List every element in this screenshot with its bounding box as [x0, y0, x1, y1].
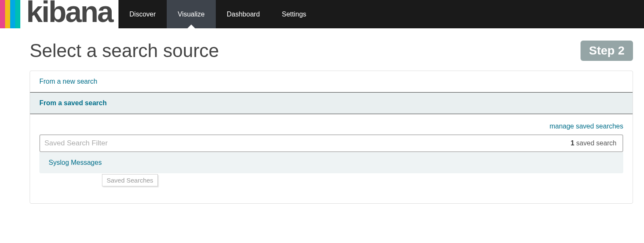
logo-stripe — [5, 0, 10, 28]
manage-link-wrap: manage saved searches — [39, 123, 623, 130]
logo-text: kibana — [26, 0, 113, 24]
saved-search-result-item[interactable]: Syslog Messages — [39, 152, 623, 173]
filter-row: 1 saved search — [39, 134, 623, 152]
manage-saved-searches-link[interactable]: manage saved searches — [550, 123, 623, 130]
step-badge: Step 2 — [581, 41, 633, 61]
logo-wrap: kibana — [26, 0, 118, 28]
source-new-search[interactable]: From a new search — [30, 71, 633, 92]
logo-stripe — [15, 0, 20, 28]
source-saved-search[interactable]: From a saved search — [30, 92, 633, 114]
logo-gap — [20, 0, 26, 28]
logo-stripe — [0, 0, 5, 28]
nav-settings[interactable]: Settings — [271, 0, 317, 28]
page-title: Select a search source — [30, 40, 219, 61]
nav-dashboard[interactable]: Dashboard — [216, 0, 271, 28]
saved-searches-tooltip: Saved Searches — [102, 174, 158, 186]
nav-discover[interactable]: Discover — [118, 0, 167, 28]
nav-items: Discover Visualize Dashboard Settings — [118, 0, 317, 28]
saved-search-filter-input[interactable] — [40, 136, 564, 151]
saved-search-body: manage saved searches 1 saved search Sys… — [30, 114, 633, 203]
page-header: Select a search source Step 2 — [30, 40, 633, 61]
source-new-search-link[interactable]: From a new search — [39, 78, 97, 85]
nav-visualize[interactable]: Visualize — [167, 0, 216, 28]
saved-search-count: 1 saved search — [564, 139, 622, 147]
logo-stripe — [10, 0, 15, 28]
saved-search-results: Syslog Messages — [39, 152, 623, 173]
top-navbar: kibana Discover Visualize Dashboard Sett… — [0, 0, 644, 28]
source-panel: From a new search From a saved search ma… — [30, 71, 633, 204]
page-content: Select a search source Step 2 From a new… — [0, 28, 644, 204]
logo-stripes — [0, 0, 26, 28]
saved-search-count-label: saved search — [574, 139, 616, 147]
